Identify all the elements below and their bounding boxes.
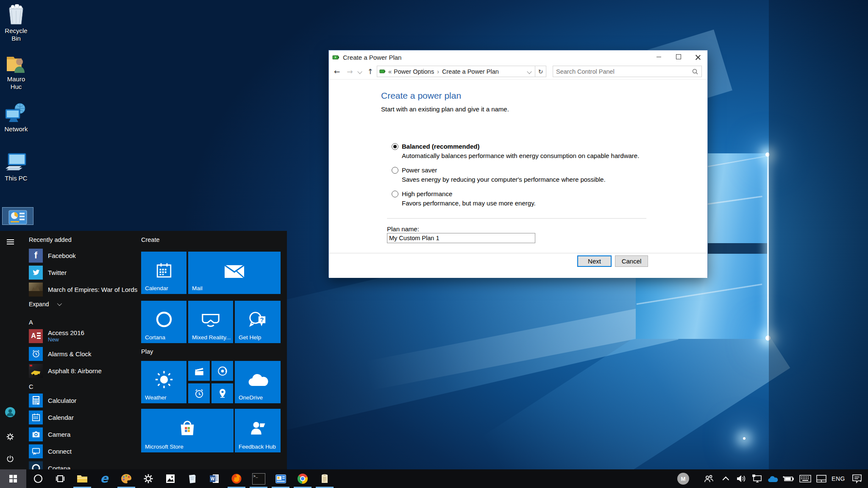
desktop-icon-network[interactable]: Network bbox=[1, 102, 31, 133]
radio-button[interactable] bbox=[392, 167, 398, 174]
taskbar-chrome[interactable] bbox=[292, 469, 313, 488]
action-center-icon[interactable] bbox=[849, 469, 865, 488]
desktop-icon-this-pc[interactable]: This PC bbox=[1, 151, 31, 182]
start-list-item-access-2016[interactable]: A Access 2016 New bbox=[29, 328, 140, 344]
close-button[interactable] bbox=[688, 50, 707, 63]
tile-group-create-header[interactable]: Create bbox=[141, 236, 160, 243]
expand-button[interactable]: Expand bbox=[29, 299, 140, 310]
section-header-c[interactable]: C bbox=[29, 383, 33, 390]
touchpad-icon[interactable] bbox=[815, 469, 828, 488]
battery-icon[interactable] bbox=[781, 469, 796, 488]
lens-flare bbox=[743, 437, 746, 440]
taskbar-scroll-document[interactable] bbox=[314, 469, 335, 488]
hidden-icons-chevron-icon[interactable] bbox=[721, 469, 732, 488]
start-button[interactable] bbox=[0, 469, 26, 488]
taskbar-firefox[interactable] bbox=[226, 469, 247, 488]
radio-button-selected[interactable] bbox=[392, 143, 398, 150]
cortana-icon bbox=[29, 461, 43, 470]
file-explorer-icon bbox=[77, 474, 88, 483]
mixed-reality-icon bbox=[201, 311, 220, 328]
refresh-button[interactable]: ↻ bbox=[535, 66, 546, 77]
onedrive-tray-icon[interactable] bbox=[765, 469, 780, 488]
start-list-item-march-of-empires[interactable]: March of Empires: War of Lords bbox=[29, 282, 140, 297]
maximize-button[interactable] bbox=[669, 50, 688, 63]
start-list-item-facebook[interactable]: f Facebook bbox=[29, 248, 140, 263]
volume-icon[interactable] bbox=[734, 469, 748, 488]
start-list-item-cortana[interactable]: Cortana bbox=[29, 460, 140, 469]
power-plan-icon bbox=[332, 54, 339, 61]
section-header-a[interactable]: A bbox=[29, 319, 33, 326]
taskbar-task-view-button[interactable] bbox=[50, 469, 70, 488]
plan-name-input[interactable] bbox=[387, 233, 535, 243]
tile-group-play-header[interactable]: Play bbox=[141, 348, 153, 355]
start-menu: Recently added f Facebook Twitter March … bbox=[0, 231, 287, 469]
taskbar-photos[interactable] bbox=[160, 469, 181, 488]
breadcrumb-create-power-plan[interactable]: Create a Power Plan bbox=[442, 68, 499, 75]
tile-feedback-hub[interactable]: Feedback Hub bbox=[235, 409, 281, 452]
start-list-item-calculator[interactable]: Calculator bbox=[29, 393, 140, 408]
tile-groove-music[interactable] bbox=[211, 361, 233, 381]
radio-button[interactable] bbox=[392, 191, 398, 197]
radio-balanced[interactable]: Balanced (recommended) bbox=[392, 143, 479, 150]
search-box[interactable]: Search Control Panel bbox=[553, 66, 702, 77]
tile-onedrive[interactable]: OneDrive bbox=[235, 361, 281, 403]
back-button[interactable]: ← bbox=[334, 67, 340, 76]
taskbar-media-player[interactable] bbox=[270, 469, 291, 488]
address-dropdown-chevron-icon[interactable] bbox=[527, 69, 531, 74]
power-button-icon[interactable] bbox=[5, 454, 15, 464]
start-list-item-asphalt-8[interactable]: Asphalt 8: Airborne bbox=[29, 363, 140, 378]
start-menu-hamburger-icon[interactable] bbox=[5, 237, 15, 247]
start-list-item-twitter[interactable]: Twitter bbox=[29, 265, 140, 280]
settings-gear-icon[interactable] bbox=[5, 432, 15, 442]
start-list-item-alarms-clock[interactable]: Alarms & Clock bbox=[29, 346, 140, 361]
tile-maps[interactable] bbox=[211, 383, 233, 403]
start-list-item-camera[interactable]: Camera bbox=[29, 427, 140, 442]
taskbar-notepad[interactable] bbox=[182, 469, 203, 488]
task-view-icon bbox=[55, 474, 65, 484]
scroll-document-icon bbox=[320, 474, 329, 484]
power-plan-icon bbox=[379, 68, 386, 75]
desktop-icon-mauro-huc[interactable]: Mauro Huc bbox=[1, 52, 31, 91]
cortana-icon bbox=[33, 474, 43, 484]
tile-microsoft-store[interactable]: Microsoft Store bbox=[141, 409, 234, 452]
taskbar-edge[interactable]: e bbox=[94, 469, 114, 488]
tile-mail[interactable]: Mail bbox=[188, 252, 281, 294]
desktop-icon-performance-monitor[interactable] bbox=[3, 208, 33, 226]
desktop-icon-recycle-bin[interactable]: Recycle Bin bbox=[1, 3, 31, 42]
taskbar-command-prompt[interactable]: >_ bbox=[248, 469, 269, 488]
forward-button[interactable]: → bbox=[347, 67, 353, 76]
up-button[interactable]: ↑ bbox=[367, 67, 373, 76]
address-bar[interactable]: « Power Options › Create a Power Plan bbox=[377, 66, 535, 77]
taskbar-word[interactable]: W bbox=[204, 469, 225, 488]
taskbar-file-explorer[interactable] bbox=[72, 469, 92, 488]
touch-keyboard-icon[interactable] bbox=[798, 469, 813, 488]
tile-movies-tv[interactable] bbox=[188, 361, 210, 381]
tile-cortana[interactable]: Cortana bbox=[141, 301, 186, 343]
people-icon[interactable] bbox=[702, 469, 715, 488]
edge-icon: e bbox=[100, 473, 108, 485]
next-button[interactable]: Next bbox=[577, 255, 612, 267]
tile-weather[interactable]: Weather bbox=[141, 361, 186, 403]
calculator-icon bbox=[29, 394, 43, 408]
tile-calendar[interactable]: Calendar bbox=[141, 252, 186, 294]
tile-get-help[interactable]: ? Get Help bbox=[235, 301, 281, 343]
start-list-item-connect[interactable]: Connect bbox=[29, 444, 140, 459]
minimize-button[interactable] bbox=[649, 50, 668, 63]
radio-power-saver[interactable]: Power saver bbox=[392, 166, 437, 174]
taskbar-settings[interactable] bbox=[138, 469, 159, 488]
recent-pages-chevron-icon[interactable] bbox=[357, 69, 362, 74]
tile-alarms[interactable] bbox=[188, 383, 210, 403]
user-avatar[interactable] bbox=[5, 407, 15, 417]
cancel-button[interactable]: Cancel bbox=[615, 255, 648, 267]
start-list-item-calendar[interactable]: Calendar bbox=[29, 410, 140, 425]
taskbar-cortana-button[interactable] bbox=[28, 469, 48, 488]
tray-user-badge[interactable]: M bbox=[676, 469, 691, 488]
search-icon[interactable] bbox=[692, 69, 698, 75]
network-display-icon[interactable] bbox=[750, 469, 765, 488]
language-indicator[interactable]: ENG bbox=[828, 469, 849, 488]
breadcrumb-power-options[interactable]: Power Options bbox=[394, 68, 434, 75]
radio-high-performance[interactable]: High performance bbox=[392, 190, 452, 197]
tile-mixed-reality[interactable]: Mixed Reality... bbox=[188, 301, 233, 343]
recycle-bin-icon bbox=[1, 3, 31, 25]
taskbar-paint[interactable] bbox=[116, 469, 136, 488]
